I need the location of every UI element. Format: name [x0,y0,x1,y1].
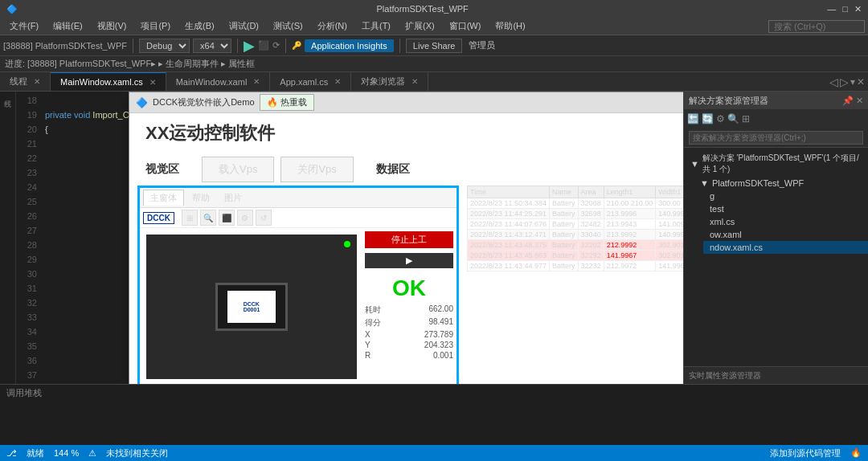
restart-btn[interactable]: ⟳ [272,40,280,51]
inner-tabs: 主窗体 帮助 图片 [140,188,457,208]
toolbar-icon-4[interactable]: 🔍 [727,113,739,124]
live-share-button[interactable]: Live Share [406,39,463,53]
visual-panel: 主窗体 帮助 图片 DCCK ⊞ [137,186,459,384]
toolbar-sep-4 [399,39,400,53]
metric-time-val: 662.00 [428,304,453,316]
inner-tab-main[interactable]: 主窗体 [143,190,184,206]
status-warning-text: 未找到相关关闭 [106,447,168,459]
tab-mainwindow-cs-close[interactable]: ✕ [149,78,156,87]
minimize-icon[interactable]: — [827,4,836,14]
panel-close[interactable]: ✕ [856,96,863,106]
source-control[interactable]: 添加到源代码管理 [770,447,841,459]
metric-score-val: 98.491 [428,317,453,328]
visual-area-label: 视觉区 [145,162,179,177]
panel-pin[interactable]: 📌 [842,96,854,106]
menu-edit[interactable]: 编辑(E) [47,18,89,34]
menu-project[interactable]: 项目(P) [134,18,177,34]
menu-window[interactable]: 窗口(W) [443,18,488,34]
stop-button[interactable]: 停止上工 [365,231,453,248]
panel-controls: 📌 ✕ [842,96,863,106]
tree-item-xaml-cs[interactable]: ndow.xaml.cs [703,241,868,254]
tab-close-vps[interactable]: 关闭Vps [280,157,353,182]
code-editor-area[interactable]: 1819202122 2324252627 2829303132 3334353… [16,92,683,384]
menu-tools[interactable]: 工具(T) [355,18,397,34]
play-btn[interactable]: ▶ [244,37,255,55]
data-table-area: Time Name Area Length1 Width1 Length2 Wi… [467,186,683,384]
search-input[interactable] [768,20,865,33]
camera-area: DCCKD0001 停止上工 ▶ O [140,228,457,384]
tab-thread[interactable]: 线程 ✕ [0,72,51,91]
tab-mainwindow-xaml-close[interactable]: ✕ [253,77,260,86]
brand-logo: DCCK [143,212,174,224]
th-time: Time [468,186,550,198]
data-area-label: 数据区 [376,162,410,177]
tree-item-xaml-label: ow.xaml [710,230,742,239]
title-bar-left: 🔷 [6,4,18,14]
tab-scroll-right[interactable]: ▷ [840,75,849,88]
tree-item-g[interactable]: g [703,190,868,202]
tab-close-all[interactable]: ✕ [857,76,865,88]
table-row: 2022/8/23 11:44:07.676Battery32482213.99… [468,219,684,230]
inner-tab-image[interactable]: 图片 [218,190,248,206]
maximize-icon[interactable]: □ [842,4,848,14]
menu-extensions[interactable]: 扩展(X) [399,18,441,34]
table-row: 2022/8/23 11:43:12.471Battery33040213.99… [468,230,684,240]
toolbar-btn-1[interactable]: ⊞ [182,210,198,226]
admin-label[interactable]: 管理员 [469,39,495,51]
tab-app-xaml-cs[interactable]: App.xaml.cs ✕ [270,72,351,91]
inner-toolbar: DCCK ⊞ 🔍 ⬛ ⚙ ↺ [140,208,457,228]
tree-item-solution[interactable]: ▼ 解决方案 'PlatformSDKTest_WPF'(1 个项目/共 1 个… [684,151,868,177]
tab-load-vps-label: 载入Vps [219,163,257,175]
tree-item-project[interactable]: ▼ PlatformSDKTest_WPF [694,177,868,190]
menu-bar: 文件(F) 编辑(E) 视图(V) 项目(P) 生成(B) 调试(D) 测试(S… [0,18,868,35]
tab-app-xaml-cs-close[interactable]: ✕ [334,77,341,86]
menu-build[interactable]: 生成(B) [178,18,221,34]
result-panel: 停止上工 ▶ OK 耗时 662.00 [365,231,453,382]
tab-object-browser-close[interactable]: ✕ [411,77,418,86]
inner-tab-help-label: 帮助 [192,193,210,202]
menu-file[interactable]: 文件(F) [3,18,45,34]
wpf-titlebar: 🔷 DCCK视觉软件嵌入Demo 🔥 热重载 — □ ✕ [129,92,683,113]
app-insights-button[interactable]: Application Insights [305,39,394,52]
config-select[interactable]: Debug [139,39,190,53]
toolbar-icon-2[interactable]: 🔄 [702,113,714,124]
toolbar-icon-3[interactable]: ⚙ [716,113,725,124]
tree-item-test[interactable]: test [703,202,868,215]
tab-list[interactable]: ▾ [850,76,855,88]
tab-mainwindow-cs[interactable]: MainWindow.xaml.cs ✕ [51,72,166,91]
menu-help[interactable]: 帮助(H) [489,18,531,34]
play-button[interactable]: ▶ [365,253,453,268]
stop-btn[interactable]: ⬛ [258,40,269,51]
toolbar-icon-1[interactable]: 🔙 [687,113,699,124]
tab-object-browser[interactable]: 对象浏览器 ✕ [351,72,428,91]
menu-debug[interactable]: 调试(D) [223,18,265,34]
menu-test[interactable]: 测试(S) [267,18,309,34]
table-row: 2022/8/23 11:44:25.291Battery32598213.99… [468,209,684,219]
toolbar-btn-3[interactable]: ⬛ [219,210,235,226]
tab-object-browser-label: 对象浏览器 [361,75,405,88]
close-icon[interactable]: ✕ [854,4,862,14]
solution-search-input[interactable] [689,131,863,145]
result-ok: OK [365,275,453,301]
menu-view[interactable]: 视图(V) [91,18,133,34]
properties-panel-label: 实时属性资源管理器 [684,366,868,384]
inner-tab-help[interactable]: 帮助 [186,190,216,206]
tab-mainwindow-xaml[interactable]: MainWindow.xaml ✕ [166,72,271,91]
tab-load-vps[interactable]: 载入Vps [202,157,274,182]
inner-tab-image-label: 图片 [224,193,242,202]
tab-scroll-left[interactable]: ◁ [829,75,838,88]
toolbar-btn-5[interactable]: ↺ [256,210,272,226]
toolbar-btn-2[interactable]: 🔍 [200,210,216,226]
tree-item-xml[interactable]: xml.cs [703,215,868,228]
hot-reload-button[interactable]: 🔥 热重载 [260,94,314,111]
tab-thread-label: 线程 [10,75,27,88]
solution-explorer-header: 解决方案资源管理器 📌 ✕ [684,92,868,109]
toolbar-btn-4[interactable]: ⚙ [237,210,253,226]
solution-tree: ▼ 解决方案 'PlatformSDKTest_WPF'(1 个项目/共 1 个… [684,148,868,366]
platform-select[interactable]: x64 [193,39,231,53]
tab-thread-close[interactable]: ✕ [34,77,40,86]
tree-item-xaml[interactable]: ow.xaml [703,228,868,241]
menu-analyze[interactable]: 分析(N) [311,18,354,34]
toolbar-icon-5[interactable]: ⊞ [742,113,750,124]
status-right: 添加到源代码管理 🔥 [770,447,862,459]
